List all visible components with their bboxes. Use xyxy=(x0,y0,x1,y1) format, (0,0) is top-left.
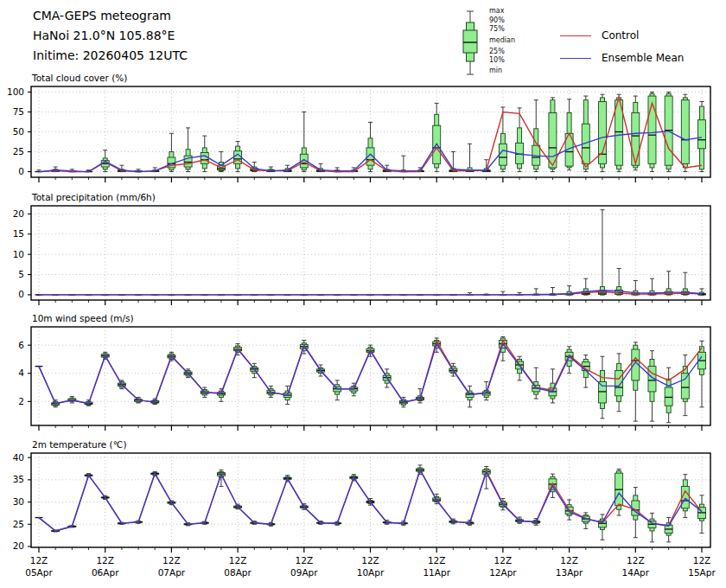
svg-text:6: 6 xyxy=(18,340,24,350)
svg-text:12Z: 12Z xyxy=(96,555,114,566)
svg-text:25: 25 xyxy=(13,519,24,529)
svg-text:35: 35 xyxy=(13,474,24,484)
svg-text:20: 20 xyxy=(13,540,24,551)
svg-text:12Z: 12Z xyxy=(627,555,645,566)
panel-1: 05101520Total precipitation (mm/6h) xyxy=(13,192,710,305)
svg-text:14Apr: 14Apr xyxy=(622,567,650,578)
panel-title-0: Total cloud cover (%) xyxy=(31,73,127,83)
svg-text:09Apr: 09Apr xyxy=(290,567,318,578)
x-axis-labels: 12Z05Apr12Z06Apr12Z07Apr12Z08Apr12Z09Apr… xyxy=(25,555,716,578)
svg-text:0: 0 xyxy=(18,289,24,299)
svg-text:75: 75 xyxy=(13,106,24,117)
svg-text:07Apr: 07Apr xyxy=(158,567,186,578)
svg-text:12Z: 12Z xyxy=(229,555,247,566)
svg-text:4: 4 xyxy=(18,368,24,378)
svg-text:0: 0 xyxy=(18,166,24,176)
svg-text:15Apr: 15Apr xyxy=(688,567,716,578)
meteogram-figure: CMA-GEPS meteogram HaNoi 21.0°N 105.88°E… xyxy=(0,0,726,588)
svg-text:13Apr: 13Apr xyxy=(556,567,583,578)
panel-title-1: Total precipitation (mm/6h) xyxy=(31,192,156,202)
panel-0: 0255075100Total cloud cover (%) xyxy=(7,73,710,182)
svg-text:12Z: 12Z xyxy=(560,555,578,566)
svg-text:40: 40 xyxy=(13,452,24,463)
svg-text:30: 30 xyxy=(13,496,24,507)
svg-text:20: 20 xyxy=(13,208,24,219)
svg-text:06Apr: 06Apr xyxy=(92,567,119,578)
svg-text:12Z: 12Z xyxy=(693,555,711,566)
svg-text:10Apr: 10Apr xyxy=(357,567,385,578)
svg-text:12Z: 12Z xyxy=(428,555,446,566)
svg-text:12Z: 12Z xyxy=(30,555,48,566)
svg-text:10: 10 xyxy=(13,249,24,259)
meteogram-chart: 0255075100Total cloud cover (%)05101520T… xyxy=(0,0,726,588)
panel-3: 20253035402m temperature (℃) xyxy=(13,439,710,553)
svg-text:15: 15 xyxy=(13,228,24,239)
svg-text:50: 50 xyxy=(13,126,24,137)
svg-text:100: 100 xyxy=(7,86,24,97)
svg-text:08Apr: 08Apr xyxy=(224,567,252,578)
panel-2: 24610m wind speed (m/s) xyxy=(18,313,710,431)
svg-text:12Apr: 12Apr xyxy=(489,567,517,578)
svg-text:12Z: 12Z xyxy=(162,555,181,566)
svg-text:5: 5 xyxy=(18,269,24,279)
panel-title-3: 2m temperature (℃) xyxy=(32,439,127,450)
svg-text:12Z: 12Z xyxy=(494,555,513,566)
panel-title-2: 10m wind speed (m/s) xyxy=(32,313,134,323)
svg-text:11Apr: 11Apr xyxy=(423,567,450,578)
svg-text:05Apr: 05Apr xyxy=(25,567,53,578)
svg-text:25: 25 xyxy=(13,146,24,157)
svg-text:2: 2 xyxy=(18,396,24,406)
svg-text:12Z: 12Z xyxy=(361,555,379,566)
svg-text:12Z: 12Z xyxy=(296,555,314,566)
